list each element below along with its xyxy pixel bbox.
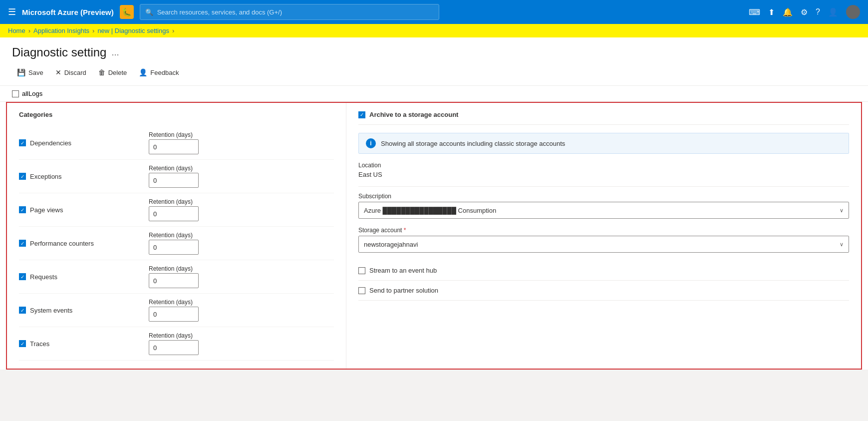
table-row: ✓ Dependencies Retention (days) (19, 126, 334, 160)
page-header: Diagnostic setting ... (0, 37, 868, 59)
archive-checkbox[interactable]: ✓ (358, 111, 365, 118)
search-icon: 🔍 (145, 8, 153, 16)
save-button[interactable]: 💾 Save (12, 65, 48, 79)
hamburger-icon[interactable]: ☰ (8, 6, 16, 17)
retention-label-1: Retention (days) (149, 165, 199, 172)
retention-input-dependencies[interactable] (149, 139, 199, 154)
breadcrumb-sep-3: › (172, 27, 174, 34)
more-options-icon[interactable]: ... (111, 47, 119, 58)
requests-checkbox[interactable]: ✓ (19, 273, 26, 280)
discard-icon: ✕ (55, 68, 61, 76)
required-star: * (404, 227, 406, 234)
storage-label: Storage account * (358, 227, 849, 234)
perf-checkbox[interactable]: ✓ (19, 240, 26, 247)
category-traces: Traces (30, 340, 49, 348)
help-icon[interactable]: ? (816, 7, 820, 16)
alllogs-label: allLogs (22, 90, 42, 97)
cloud-upload-icon[interactable]: ⬆ (768, 7, 775, 17)
categories-title: Categories (19, 111, 334, 118)
breadcrumb-sep-2: › (92, 27, 94, 34)
category-perf: Performance counters (30, 240, 94, 247)
stream-row: Stream to an event hub (358, 261, 849, 281)
terminal-icon[interactable]: ⌨ (749, 7, 760, 17)
dependencies-checkbox[interactable]: ✓ (19, 139, 26, 146)
retention-label-5: Retention (days) (149, 299, 199, 306)
toolbar: 💾 Save ✕ Discard 🗑 Delete 👤 Feedback (0, 59, 868, 86)
main-content: Categories ✓ Dependencies Retention (day… (0, 102, 868, 370)
sysevents-checkbox[interactable]: ✓ (19, 307, 26, 314)
retention-label-0: Retention (days) (149, 131, 199, 138)
app-title: Microsoft Azure (Preview) (22, 8, 114, 16)
table-row: ✓ Page views Retention (days) (19, 193, 334, 227)
stream-checkbox[interactable] (358, 267, 365, 274)
storage-account-value: newstoragejahnavi (364, 241, 418, 248)
avatar[interactable] (846, 5, 860, 19)
category-requests: Requests (30, 273, 57, 281)
breadcrumb-appinsights[interactable]: Application Insights (33, 27, 89, 34)
delete-icon: 🗑 (98, 68, 105, 76)
retention-label-3: Retention (days) (149, 232, 199, 239)
category-sysevents: System events (30, 307, 72, 314)
storage-chevron: ∨ (840, 241, 844, 248)
archive-label: Archive to a storage account (369, 111, 458, 118)
discard-button[interactable]: ✕ Discard (50, 65, 91, 79)
table-row: ✓ System events Retention (days) (19, 294, 334, 327)
retention-input-pageviews[interactable] (149, 206, 199, 221)
category-exceptions: Exceptions (30, 173, 62, 180)
bug-icon[interactable]: 🐛 (120, 5, 134, 19)
table-row: ✓ Traces Retention (days) (19, 327, 334, 361)
exceptions-checkbox[interactable]: ✓ (19, 173, 26, 180)
save-icon: 💾 (17, 68, 25, 76)
subscription-dropdown[interactable]: Azure ████████████████ Consumption ∨ (358, 202, 849, 219)
alllogs-row: allLogs (0, 86, 868, 102)
top-nav: ☰ Microsoft Azure (Preview) 🐛 🔍 ⌨ ⬆ 🔔 ⚙ … (0, 0, 868, 24)
info-text: Showing all storage accounts including c… (381, 140, 565, 147)
delete-button[interactable]: 🗑 Delete (93, 65, 132, 79)
traces-checkbox[interactable]: ✓ (19, 340, 26, 347)
feedback-button[interactable]: 👤 Feedback (134, 65, 184, 79)
subscription-label: Subscription (358, 193, 849, 200)
nav-icons: ⌨ ⬆ 🔔 ⚙ ? 👤 (749, 5, 860, 19)
storage-field-group: Storage account * newstoragejahnavi ∨ (358, 227, 849, 253)
subscription-field-group: Subscription Azure ████████████████ Cons… (358, 193, 849, 219)
table-row: ✓ Exceptions Retention (days) (19, 160, 334, 193)
subscription-chevron: ∨ (840, 207, 844, 214)
stream-label: Stream to an event hub (369, 267, 437, 274)
breadcrumb-home[interactable]: Home (8, 27, 25, 34)
page-title: Diagnostic setting (12, 45, 106, 59)
red-section: Categories ✓ Dependencies Retention (day… (6, 102, 862, 370)
retention-label-6: Retention (days) (149, 332, 199, 339)
info-box: i Showing all storage accounts including… (358, 133, 849, 154)
location-value: East US (358, 171, 849, 178)
right-panel: ✓ Archive to a storage account i Showing… (346, 103, 861, 369)
category-dependencies: Dependencies (30, 139, 71, 147)
table-row: ✓ Requests Retention (days) (19, 260, 334, 294)
breadcrumb-diagnostic[interactable]: new | Diagnostic settings (97, 27, 169, 34)
breadcrumb: Home › Application Insights › new | Diag… (0, 24, 868, 37)
retention-input-requests[interactable] (149, 273, 199, 288)
retention-input-perf[interactable] (149, 240, 199, 255)
bell-icon[interactable]: 🔔 (783, 7, 793, 17)
partner-row: Send to partner solution (358, 281, 849, 301)
table-row: ✓ Performance counters Retention (days) (19, 227, 334, 260)
retention-input-sysevents[interactable] (149, 307, 199, 322)
retention-input-exceptions[interactable] (149, 173, 199, 188)
feedback-icon: 👤 (139, 68, 147, 76)
retention-input-traces[interactable] (149, 340, 199, 355)
partner-checkbox[interactable] (358, 287, 365, 294)
subscription-value: Azure ████████████████ Consumption (364, 207, 496, 214)
breadcrumb-sep-1: › (28, 27, 30, 34)
location-field-group: Location East US (358, 162, 849, 178)
gear-icon[interactable]: ⚙ (801, 7, 808, 17)
location-label: Location (358, 162, 849, 169)
partner-label: Send to partner solution (369, 287, 438, 294)
separator-1 (358, 186, 849, 187)
storage-account-dropdown[interactable]: newstoragejahnavi ∨ (358, 236, 849, 253)
alllogs-checkbox[interactable] (12, 90, 19, 97)
user-icon[interactable]: 👤 (828, 7, 838, 17)
retention-label-2: Retention (days) (149, 198, 199, 205)
info-icon: i (366, 138, 376, 148)
pageviews-checkbox[interactable]: ✓ (19, 206, 26, 213)
search-bar[interactable]: 🔍 (140, 4, 439, 20)
search-input[interactable] (157, 8, 434, 16)
